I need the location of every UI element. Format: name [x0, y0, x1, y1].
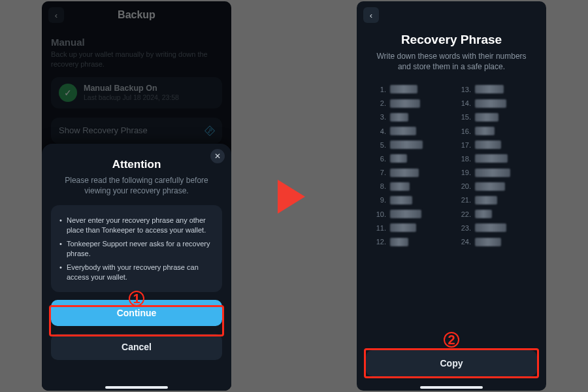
- recovery-word-blurred: [390, 99, 420, 108]
- step-badge-1: 1: [129, 291, 144, 306]
- phone-recovery-phrase-screen: ‹ Recovery Phrase Write down these words…: [357, 1, 546, 391]
- recovery-word-number: 9.: [375, 196, 386, 204]
- recovery-word-number: 2.: [375, 99, 386, 107]
- recovery-word-list: 1.2.3.4.5.6.7.8.9.10.11.12. 13.14.15.16.…: [357, 82, 546, 248]
- recovery-word-blurred: [390, 169, 419, 177]
- home-indicator: [420, 386, 483, 389]
- warning-item: Everybody with your recovery phrase can …: [57, 263, 216, 282]
- recovery-word-blurred: [475, 223, 506, 232]
- recovery-word-blurred: [475, 238, 501, 246]
- recovery-word-row: 6.: [375, 152, 443, 165]
- recovery-word-row: 20.: [460, 180, 528, 193]
- recovery-word-blurred: [390, 154, 407, 163]
- recovery-word-blurred: [390, 85, 417, 93]
- recovery-word-number: 10.: [375, 210, 386, 218]
- recovery-title: Recovery Phrase: [357, 33, 546, 47]
- recovery-word-row: 18.: [460, 152, 528, 165]
- recovery-word-blurred: [390, 140, 423, 149]
- recovery-word-number: 11.: [375, 224, 386, 232]
- recovery-word-number: 24.: [460, 238, 471, 246]
- recovery-word-row: 1.: [375, 82, 443, 96]
- recovery-word-row: 7.: [375, 166, 443, 180]
- recovery-word-row: 22.: [460, 207, 528, 221]
- highlight-frame-continue: [49, 305, 224, 336]
- recovery-word-number: 23.: [460, 224, 471, 232]
- recovery-word-row: 15.: [460, 110, 528, 124]
- recovery-word-number: 4.: [375, 127, 386, 135]
- recovery-word-row: 13.: [460, 82, 528, 96]
- header: ‹: [357, 1, 546, 29]
- recovery-word-blurred: [390, 223, 416, 232]
- recovery-word-blurred: [475, 140, 501, 149]
- recovery-word-row: 10.: [375, 207, 443, 221]
- recovery-word-number: 21.: [460, 196, 471, 204]
- recovery-word-number: 14.: [460, 99, 471, 107]
- close-button[interactable]: ✕: [210, 149, 225, 163]
- attention-modal: ✕ Attention Please read the following ca…: [42, 144, 231, 391]
- recovery-word-number: 18.: [460, 155, 471, 163]
- modal-lead: Please read the following carefully befo…: [51, 175, 222, 196]
- recovery-word-blurred: [475, 85, 504, 93]
- recovery-word-blurred: [475, 196, 497, 204]
- recovery-word-row: 11.: [375, 221, 443, 235]
- recovery-word-blurred: [390, 196, 412, 204]
- recovery-word-row: 19.: [460, 166, 528, 180]
- recovery-word-row: 2.: [375, 97, 443, 110]
- recovery-word-blurred: [390, 113, 408, 122]
- flow-arrow-icon: [278, 180, 305, 214]
- recovery-word-row: 21.: [460, 193, 528, 207]
- phone-backup-screen: ‹ Backup Manual Back up your wallet manu…: [42, 1, 231, 391]
- chevron-left-icon: ‹: [370, 10, 372, 20]
- recovery-word-number: 15.: [460, 113, 471, 121]
- warnings-box: Never enter your recovery phrase any oth…: [51, 205, 222, 292]
- recovery-word-number: 8.: [375, 182, 386, 190]
- close-icon: ✕: [214, 152, 221, 161]
- recovery-word-number: 3.: [375, 113, 386, 121]
- recovery-word-blurred: [390, 238, 408, 246]
- recovery-word-blurred: [475, 154, 508, 163]
- recovery-word-row: 23.: [460, 221, 528, 235]
- recovery-word-number: 13.: [460, 86, 471, 93]
- recovery-word-number: 17.: [460, 141, 471, 149]
- recovery-word-blurred: [390, 210, 421, 218]
- recovery-word-row: 9.: [375, 193, 443, 207]
- recovery-word-row: 8.: [375, 180, 443, 193]
- recovery-word-number: 7.: [375, 169, 386, 176]
- recovery-word-blurred: [475, 182, 505, 191]
- recovery-word-number: 20.: [460, 182, 471, 190]
- recovery-word-row: 24.: [460, 235, 528, 248]
- recovery-word-row: 17.: [460, 138, 528, 152]
- recovery-word-blurred: [390, 127, 416, 135]
- recovery-word-row: 14.: [460, 97, 528, 110]
- recovery-word-blurred: [475, 169, 510, 177]
- recovery-subtitle: Write down these words with their number…: [357, 51, 546, 72]
- back-button[interactable]: ‹: [363, 7, 379, 23]
- recovery-word-blurred: [475, 127, 495, 135]
- step-badge-2: 2: [444, 332, 459, 348]
- recovery-word-row: 5.: [375, 138, 443, 152]
- warning-item: Tonkeeper Support never asks for a recov…: [57, 239, 216, 259]
- recovery-word-row: 16.: [460, 124, 528, 138]
- warning-item: Never enter your recovery phrase any oth…: [57, 216, 216, 235]
- recovery-word-row: 3.: [375, 110, 443, 124]
- recovery-word-row: 4.: [375, 124, 443, 138]
- recovery-word-blurred: [475, 99, 506, 108]
- recovery-word-row: 12.: [375, 235, 443, 248]
- recovery-word-number: 1.: [375, 86, 386, 93]
- cancel-button[interactable]: Cancel: [51, 334, 222, 360]
- recovery-word-number: 19.: [460, 169, 471, 176]
- recovery-word-number: 22.: [460, 210, 471, 218]
- recovery-word-number: 5.: [375, 141, 386, 149]
- recovery-word-number: 12.: [375, 238, 386, 246]
- home-indicator: [105, 386, 168, 389]
- recovery-word-blurred: [390, 182, 410, 191]
- recovery-word-number: 6.: [375, 155, 386, 163]
- highlight-frame-copy: [364, 348, 539, 378]
- recovery-word-blurred: [475, 113, 498, 122]
- modal-title: Attention: [51, 158, 222, 171]
- recovery-word-blurred: [475, 210, 492, 218]
- recovery-word-number: 16.: [460, 127, 471, 135]
